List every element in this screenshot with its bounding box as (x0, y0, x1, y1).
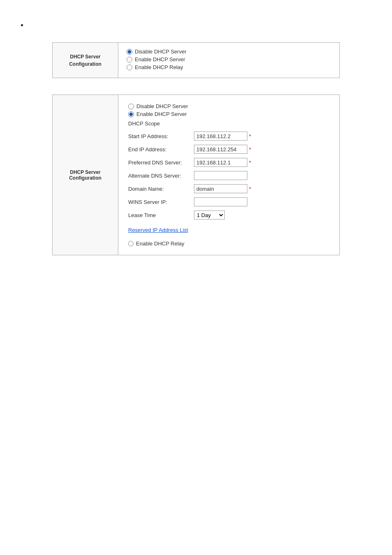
domain-name-label: Domain Name: (128, 186, 194, 192)
second-label-line1: DHCP Server (70, 169, 100, 175)
config-section: DHCP Server Configuration Disable DHCP S… (52, 42, 340, 255)
alt-dns-label: Alternate DNS Server: (128, 173, 194, 179)
end-ip-asterisk: * (249, 146, 251, 153)
enable-dhcp-relay-option-1[interactable]: Enable DHCP Relay (127, 64, 331, 70)
first-label-line2: Configuration (69, 61, 101, 67)
pref-dns-input[interactable] (194, 158, 247, 167)
disable-dhcp-radio-2[interactable] (128, 104, 134, 109)
dhcp-scope-label: DHCP Scope (128, 120, 330, 127)
start-ip-row: Start IP Address: * (128, 132, 330, 141)
enable-dhcp-relay-option-2[interactable]: Enable DHCP Relay (128, 240, 330, 247)
start-ip-input[interactable] (194, 132, 247, 141)
enable-dhcp-server-option-1[interactable]: Enable DHCP Server (127, 56, 331, 62)
first-config-label: DHCP Server Configuration (53, 43, 118, 78)
start-ip-label: Start IP Address: (128, 133, 194, 139)
second-config-label: DHCP Server Configuration (53, 95, 118, 255)
first-label-line1: DHCP Server (70, 54, 100, 60)
second-label-line2: Configuration (69, 175, 101, 181)
end-ip-label: End IP Address: (128, 146, 194, 153)
pref-dns-label: Preferred DNS Server: (128, 160, 194, 166)
reserved-ip-address-list-link[interactable]: Reserved IP Address List (128, 227, 188, 233)
disable-dhcp-label-1: Disable DHCP Server (135, 49, 186, 55)
first-dhcp-config-table: DHCP Server Configuration Disable DHCP S… (52, 42, 340, 78)
enable-dhcp-label-1: Enable DHCP Server (135, 56, 185, 62)
bullet-point: • (21, 21, 384, 30)
wins-server-label: WINS Server IP: (128, 199, 194, 205)
alt-dns-input[interactable] (194, 171, 247, 180)
enable-dhcp-server-option-2[interactable]: Enable DHCP Server (128, 111, 330, 117)
end-ip-input[interactable] (194, 145, 247, 154)
pref-dns-asterisk: * (249, 160, 251, 166)
alt-dns-row: Alternate DNS Server: (128, 171, 330, 180)
domain-name-row: Domain Name: * (128, 184, 330, 193)
lease-time-row: Lease Time 1 Day 2 Days 7 Days 30 Days (128, 210, 330, 220)
enable-dhcp-relay-label-2: Enable DHCP Relay (136, 240, 184, 247)
enable-dhcp-relay-label-1: Enable DHCP Relay (135, 64, 183, 70)
first-config-content: Disable DHCP Server Enable DHCP Server E… (118, 43, 339, 78)
enable-dhcp-relay-radio-2[interactable] (128, 241, 134, 246)
disable-dhcp-label-2: Disable DHCP Server (136, 103, 188, 109)
disable-dhcp-server-option-2[interactable]: Disable DHCP Server (128, 103, 330, 109)
start-ip-asterisk: * (249, 133, 251, 139)
second-config-content: Disable DHCP Server Enable DHCP Server D… (118, 95, 339, 255)
wins-server-row: WINS Server IP: (128, 197, 330, 206)
domain-name-asterisk: * (249, 186, 251, 192)
pref-dns-row: Preferred DNS Server: * (128, 158, 330, 167)
domain-name-input[interactable] (194, 184, 247, 193)
lease-time-label: Lease Time (128, 212, 194, 218)
enable-dhcp-relay-radio-1[interactable] (127, 65, 132, 70)
lease-time-select[interactable]: 1 Day 2 Days 7 Days 30 Days (194, 210, 225, 220)
enable-dhcp-label-2: Enable DHCP Server (136, 111, 187, 117)
second-dhcp-config-table: DHCP Server Configuration Disable DHCP S… (52, 95, 340, 255)
enable-dhcp-radio-1[interactable] (127, 57, 132, 62)
enable-dhcp-radio-2[interactable] (128, 111, 134, 117)
disable-dhcp-radio-1[interactable] (127, 49, 132, 55)
end-ip-row: End IP Address: * (128, 145, 330, 154)
disable-dhcp-server-option-1[interactable]: Disable DHCP Server (127, 49, 331, 55)
wins-server-input[interactable] (194, 197, 247, 206)
